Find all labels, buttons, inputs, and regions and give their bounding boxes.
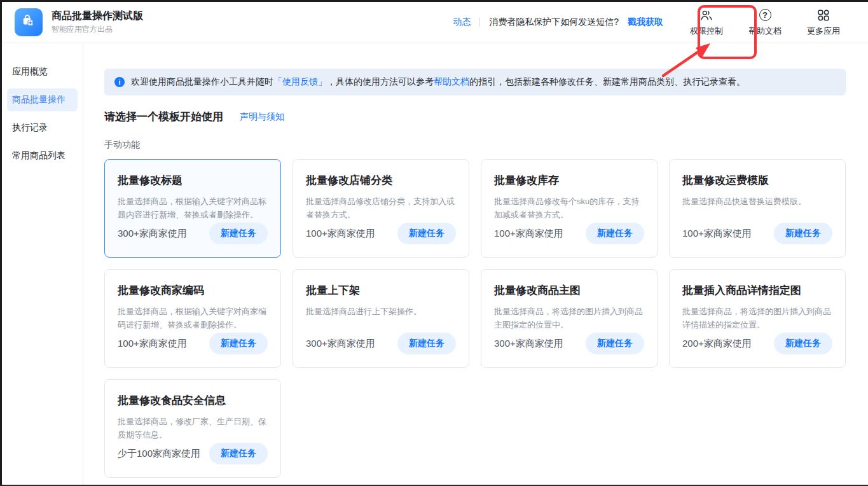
sidebar-item-execution-records[interactable]: 执行记录 — [7, 116, 78, 139]
card-usage: 100+家商家使用 — [682, 228, 752, 240]
card-title: 批量修改标题 — [118, 173, 268, 188]
header: 商品批量操作测试版 智能应用官方出品 动态 消费者隐私保护下如何发送短信? 戳我… — [2, 2, 868, 43]
dynamic-link[interactable]: 动态 — [453, 17, 471, 28]
card-title: 批量修改运费模版 — [682, 173, 832, 188]
card-usage: 300+家商家使用 — [118, 228, 187, 240]
card-batch-edit-freight-template[interactable]: 批量修改运费模版 批量选择商品快速替换运费模版。 100+家商家使用 新建任务 — [669, 159, 846, 258]
new-task-button[interactable]: 新建任务 — [209, 223, 268, 244]
card-usage: 100+家商家使用 — [494, 228, 563, 240]
card-usage: 200+家商家使用 — [682, 338, 752, 350]
new-task-button[interactable]: 新建任务 — [586, 223, 644, 244]
card-usage: 100+家商家使用 — [306, 228, 375, 240]
help-doc-link[interactable]: 帮助文档 — [434, 76, 469, 87]
card-desc: 批量选择商品，根据输入关键字对商品标题内容进行新增、替换或者删除操作。 — [118, 195, 268, 221]
card-desc: 批量选择商品快速替换运费模版。 — [682, 195, 832, 208]
users-icon — [699, 8, 713, 22]
card-desc: 批量选择商品修改店铺分类，支持加入或者替换方式。 — [306, 195, 456, 221]
card-title: 批量修改食品安全信息 — [118, 393, 268, 408]
app-titles: 商品批量操作测试版 智能应用官方出品 — [52, 10, 143, 35]
banner-text: 欢迎使用商品批量操作小工具并随时「使用反馈」，具体的使用方法可以参考帮助文档的指… — [131, 76, 745, 88]
app-subtitle: 智能应用官方出品 — [52, 24, 143, 35]
card-batch-edit-main-image[interactable]: 批量修改商品主图 批量选择商品，将选择的图片插入到商品主图指定的位置中。 300… — [481, 269, 658, 368]
banner-text-post: 的指引，包括新建各种修改任务、新建常用商品类别、执行记录查看。 — [469, 76, 745, 87]
card-batch-edit-food-safety[interactable]: 批量修改食品安全信息 批量选择商品，修改厂家、生产日期、保质期等信息。 少于10… — [104, 379, 281, 478]
card-batch-edit-shop-category[interactable]: 批量修改店铺分类 批量选择商品修改店铺分类，支持加入或者替换方式。 100+家商… — [293, 159, 469, 258]
card-usage: 少于100家商家使用 — [118, 448, 200, 460]
banner-text-mid: ，具体的使用方法可以参考 — [327, 76, 434, 87]
card-title: 批量插入商品详情指定图 — [682, 283, 832, 298]
group-label-manual: 手动功能 — [104, 139, 846, 151]
card-batch-edit-title[interactable]: 批量修改标题 批量选择商品，根据输入关键字对商品标题内容进行新增、替换或者删除操… — [104, 159, 281, 258]
card-desc: 批量选择商品，将选择的图片插入到商品主图指定的位置中。 — [494, 305, 644, 331]
card-batch-insert-detail-image[interactable]: 批量插入商品详情指定图 批量选择商品，将选择的图片插入到商品详情描述的指定位置。… — [669, 269, 846, 368]
feedback-link[interactable]: 「使用反馈」 — [273, 76, 327, 87]
card-title: 批量上下架 — [306, 283, 456, 298]
sidebar: 应用概览 商品批量操作 执行记录 常用商品列表 — [2, 44, 83, 485]
card-batch-on-off-shelf[interactable]: 批量上下架 批量选择商品进行上下架操作。 300+家商家使用 新建任务 — [293, 269, 469, 368]
card-desc: 批量选择商品修改每个sku的库存，支持加减或者替换方式。 — [494, 195, 644, 221]
divider — [479, 18, 480, 27]
section-title: 请选择一个模板开始使用 — [104, 109, 223, 124]
page-title: 商品批量操作测试版 — [52, 10, 143, 22]
notice-link[interactable]: 戳我获取 — [628, 17, 663, 28]
section-header: 请选择一个模板开始使用 声明与须知 — [104, 109, 846, 124]
template-card-grid: 批量修改标题 批量选择商品，根据输入关键字对商品标题内容进行新增、替换或者删除操… — [104, 159, 846, 478]
banner-text-pre: 欢迎使用商品批量操作小工具并随时 — [131, 76, 273, 87]
new-task-button[interactable]: 新建任务 — [774, 333, 832, 354]
new-task-button[interactable]: 新建任务 — [397, 223, 456, 244]
permission-control-button[interactable]: 权限控制 — [680, 8, 733, 37]
app-window: 商品批量操作测试版 智能应用官方出品 动态 消费者隐私保护下如何发送短信? 戳我… — [0, 0, 868, 486]
card-desc: 批量选择商品，将选择的图片插入到商品详情描述的指定位置。 — [682, 305, 832, 331]
card-usage: 100+家商家使用 — [118, 338, 187, 350]
card-title: 批量修改库存 — [494, 173, 644, 188]
main-content: i 欢迎使用商品批量操作小工具并随时「使用反馈」，具体的使用方法可以参考帮助文档… — [84, 44, 868, 485]
card-batch-edit-merchant-code[interactable]: 批量修改商家编码 批量选择商品，根据输入关键字对商家编码进行新增、替换或者删除操… — [104, 269, 281, 368]
card-title: 批量修改商家编码 — [118, 283, 268, 298]
window-edge-left — [0, 0, 2, 486]
new-task-button[interactable]: 新建任务 — [209, 333, 268, 354]
terms-link[interactable]: 声明与须知 — [240, 111, 284, 123]
window-edge-top — [0, 0, 868, 2]
card-title: 批量修改店铺分类 — [306, 173, 456, 188]
card-usage: 300+家商家使用 — [306, 338, 375, 350]
card-title: 批量修改商品主图 — [494, 283, 644, 298]
new-task-button[interactable]: 新建任务 — [586, 333, 644, 354]
sidebar-item-batch-operation[interactable]: 商品批量操作 — [7, 88, 78, 111]
apps-grid-icon — [816, 8, 830, 22]
notice-text: 消费者隐私保护下如何发送短信? — [489, 17, 619, 28]
new-task-button[interactable]: 新建任务 — [397, 333, 456, 354]
more-apps-button[interactable]: 更多应用 — [797, 8, 850, 37]
sidebar-item-app-overview[interactable]: 应用概览 — [7, 60, 78, 83]
header-right: 动态 消费者隐私保护下如何发送短信? 戳我获取 权限控制 — [453, 8, 850, 37]
more-apps-label: 更多应用 — [807, 25, 840, 37]
welcome-banner: i 欢迎使用商品批量操作小工具并随时「使用反馈」，具体的使用方法可以参考帮助文档… — [104, 69, 846, 95]
header-icon-actions: 权限控制 ? 帮助文档 — [680, 8, 850, 37]
new-task-button[interactable]: 新建任务 — [209, 443, 268, 464]
card-desc: 批量选择商品，修改厂家、生产日期、保质期等信息。 — [118, 415, 268, 441]
card-batch-edit-stock[interactable]: 批量修改库存 批量选择商品修改每个sku的库存，支持加减或者替换方式。 100+… — [481, 159, 658, 258]
card-desc: 批量选择商品，根据输入关键字对商家编码进行新增、替换或者删除操作。 — [118, 305, 268, 331]
question-circle-icon: ? — [759, 8, 771, 22]
new-task-button[interactable]: 新建任务 — [774, 223, 832, 244]
sidebar-item-common-product-list[interactable]: 常用商品列表 — [7, 144, 78, 167]
permission-control-label: 权限控制 — [690, 25, 723, 37]
shopping-bag-plus-icon — [19, 11, 38, 33]
help-docs-label: 帮助文档 — [748, 25, 782, 37]
app-logo — [15, 8, 43, 36]
help-docs-button[interactable]: ? 帮助文档 — [738, 8, 792, 37]
card-desc: 批量选择商品进行上下架操作。 — [306, 305, 456, 318]
card-usage: 300+家商家使用 — [494, 338, 563, 350]
info-circle-icon: i — [114, 77, 125, 87]
